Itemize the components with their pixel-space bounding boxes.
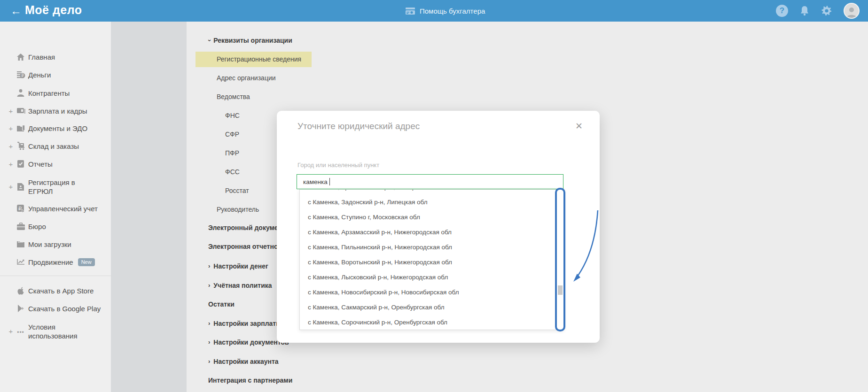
bell-icon[interactable] <box>799 5 810 16</box>
apple-icon <box>16 286 25 295</box>
tree-item-director[interactable]: Руководитель <box>217 205 259 214</box>
sidebar-item-label: ПродвижениеNew <box>28 258 95 266</box>
app-logo[interactable]: Моё дело <box>25 3 82 17</box>
sidebar-item-promotion[interactable]: ПродвижениеNew <box>0 255 111 269</box>
ellipsis-icon: ••• <box>16 328 25 337</box>
close-icon[interactable]: ✕ <box>575 121 583 131</box>
tree-item-org-details[interactable]: ›Реквизиты организации <box>208 36 292 45</box>
sidebar-item-management-accounting[interactable]: ₽ Управленческий учет <box>0 201 111 215</box>
plus-icon[interactable]: + <box>8 183 14 191</box>
sidebar-item-terms[interactable]: + ••• Условия использования <box>0 322 111 341</box>
sidebar-item-money[interactable]: ₽ Деньги <box>0 68 111 82</box>
plus-icon[interactable]: + <box>8 160 14 168</box>
suggestion-item[interactable]: с Каменка, Пильнинский р-н, Нижегородска… <box>300 240 563 255</box>
tree-item-fss[interactable]: ФСС <box>225 168 240 177</box>
money-help-icon <box>405 7 415 15</box>
sidebar-item-label: Скачать в Google Play <box>28 305 101 313</box>
city-input-value: каменка <box>303 178 328 185</box>
plus-icon[interactable]: + <box>8 142 14 150</box>
svg-text:₽: ₽ <box>21 74 23 78</box>
suggestion-item[interactable]: с Каменка, Сорочинский р-н, Оренбургская… <box>300 315 563 330</box>
sidebar-item-label: Мои загрузки <box>28 240 71 248</box>
tree-item-sfr[interactable]: СФР <box>225 130 239 139</box>
sidebar-item-reports[interactable]: + Отчеты <box>0 157 111 171</box>
tree-item-org-address[interactable]: Адрес организации <box>217 74 276 83</box>
suggestion-item[interactable]: с Каменка, Крапивинский р-н, Кемеровская… <box>300 189 563 195</box>
accountant-help-label: Помощь бухгалтера <box>420 7 485 15</box>
sidebar-item-app-store[interactable]: Скачать в App Store <box>0 284 111 298</box>
tree-item-account-settings[interactable]: ›Настройки аккаунта <box>208 357 279 366</box>
sidebar-item-label: Контрагенты <box>28 89 70 97</box>
home-icon <box>16 52 25 61</box>
tree-item-salary-settings[interactable]: ›Настройки зарплаты <box>208 319 282 328</box>
chevron-down-icon: › <box>205 39 214 41</box>
folder-icon <box>16 123 25 133</box>
suggestion-item[interactable]: с Каменка, Лысковский р-н, Нижегородская… <box>300 270 563 285</box>
briefcase-icon <box>16 222 25 231</box>
suggestion-item[interactable]: с Каменка, Воротынский р-н, Нижегородска… <box>300 255 563 270</box>
sidebar-item-home[interactable]: Главная <box>0 50 111 64</box>
sidebar-item-my-uploads[interactable]: Мои загрузки <box>0 237 111 251</box>
salary-icon <box>16 106 25 115</box>
ruble-icon: ₽ <box>16 204 25 213</box>
gear-icon[interactable] <box>821 5 832 16</box>
suggestion-item[interactable]: с Каменка, Арзамасский р-н, Нижегородска… <box>300 225 563 240</box>
tree-item-balances[interactable]: Остатки <box>208 300 235 309</box>
plus-icon[interactable]: + <box>8 327 14 335</box>
registration-icon <box>16 182 25 192</box>
suggestion-item[interactable]: с Каменка, Новосибирский р-н, Новосибирс… <box>300 285 563 300</box>
legal-address-modal: Уточните юридический адрес ✕ Город или н… <box>277 111 600 343</box>
sidebar-item-label: Скачать в App Store <box>28 287 94 295</box>
back-arrow-icon[interactable]: ← <box>9 4 23 17</box>
sidebar-item-egrul[interactable]: + Регистрация в ЕГРЮЛ <box>0 177 111 196</box>
tree-item-registration-info[interactable]: Регистрационные сведения <box>217 55 301 64</box>
city-field-label: Город или населенный пункт <box>297 161 379 169</box>
chevron-right-icon: › <box>208 281 210 290</box>
sidebar-divider <box>0 276 111 276</box>
plus-icon[interactable]: + <box>8 107 14 115</box>
sidebar-item-label: Отчеты <box>28 160 53 168</box>
tree-item-departments[interactable]: Ведомства <box>217 92 250 101</box>
sidebar-item-bureau[interactable]: Бюро <box>0 219 111 233</box>
suggestion-item[interactable]: с Каменка, Сакмарский р-н, Оренбургская … <box>300 300 563 315</box>
sidebar-item-label: Деньги <box>28 71 51 79</box>
sidebar-item-documents[interactable]: + Документы и ЭДО <box>0 121 111 135</box>
content-gutter <box>111 22 187 392</box>
chevron-right-icon: › <box>208 338 210 346</box>
sidebar-item-google-play[interactable]: Скачать в Google Play <box>0 301 111 315</box>
chevron-right-icon: › <box>208 357 210 366</box>
accountant-help-link[interactable]: Помощь бухгалтера <box>405 0 485 22</box>
tree-item-rosstat[interactable]: Росстат <box>225 186 249 195</box>
suggestion-item[interactable]: с Каменка, Задонский р-н, Липецкая обл <box>300 195 563 210</box>
chevron-right-icon: › <box>208 261 210 270</box>
report-icon <box>16 159 25 169</box>
city-input[interactable]: каменка <box>297 174 563 189</box>
avatar[interactable] <box>844 3 860 19</box>
sidebar-item-label: Управленческий учет <box>28 205 98 213</box>
tree-item-partner-integration[interactable]: Интеграция с партнерами <box>208 376 292 385</box>
modal-title: Уточните юридический адрес <box>297 121 420 131</box>
sidebar-item-label: Регистрация в ЕГРЮЛ <box>28 178 99 196</box>
sidebar-item-counterparties[interactable]: Контрагенты <box>0 86 111 100</box>
help-icon[interactable]: ? <box>776 5 788 17</box>
dropdown-scrollbar-thumb[interactable] <box>558 285 563 295</box>
sidebar-item-label: Бюро <box>28 223 46 231</box>
sidebar-item-salary[interactable]: + Зарплата и кадры <box>0 104 111 118</box>
tree-item-fns[interactable]: ФНС <box>225 111 240 120</box>
svg-text:₽: ₽ <box>18 206 22 211</box>
tree-item-money-settings[interactable]: ›Настройки денег <box>208 262 268 271</box>
promo-icon <box>16 257 25 267</box>
suggestion-item[interactable]: с Каменка, Ступино г, Московская обл <box>300 210 563 225</box>
new-badge: New <box>78 258 95 266</box>
warehouse-icon <box>16 141 25 151</box>
sidebar-item-label: Условия использования <box>28 323 99 340</box>
text-cursor <box>329 178 330 185</box>
downloads-icon <box>16 239 25 249</box>
sidebar-item-label: Склад и заказы <box>28 142 79 150</box>
money-icon: ₽ <box>16 70 25 79</box>
sidebar-item-warehouse[interactable]: + Склад и заказы <box>0 139 111 153</box>
google-play-icon <box>16 304 25 313</box>
tree-item-pfr[interactable]: ПФР <box>225 149 239 158</box>
plus-icon[interactable]: + <box>8 124 14 132</box>
tree-item-accounting-policy[interactable]: ›Учётная политика <box>208 281 272 290</box>
